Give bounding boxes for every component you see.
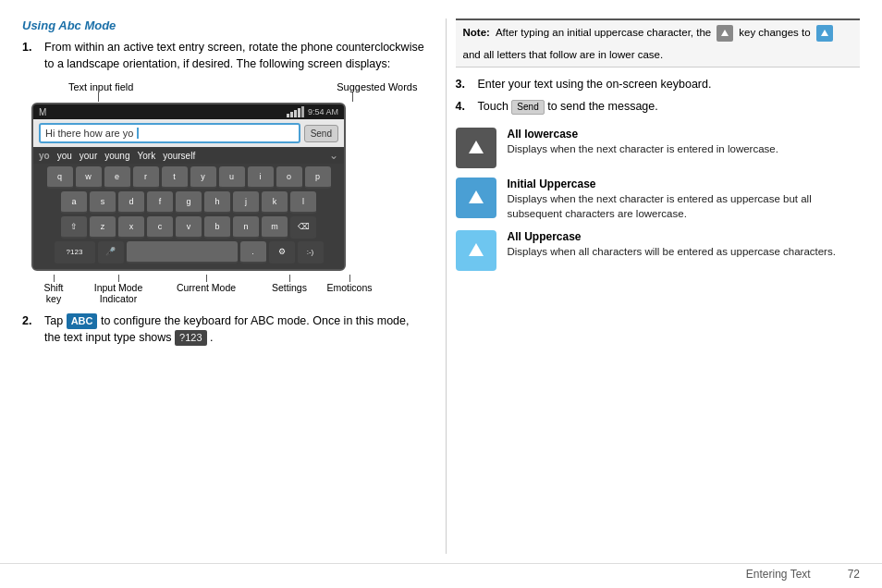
key-c[interactable]: c: [147, 216, 173, 239]
key-a[interactable]: a: [61, 191, 87, 214]
step-4-text: Touch Send to send the message.: [478, 99, 658, 116]
step-2-end: .: [210, 331, 213, 344]
suggestion-3[interactable]: young: [104, 151, 129, 161]
key-s[interactable]: s: [90, 191, 116, 214]
key-shift[interactable]: ⇧: [61, 216, 87, 239]
right-step-3: 3. Enter your text using the on-screen k…: [456, 77, 861, 93]
key-v[interactable]: v: [176, 216, 202, 239]
icon-row-initial-upper: Initial Uppercase Displays when the next…: [456, 178, 861, 221]
status-left: M: [39, 107, 46, 117]
note-icon-dark: [717, 25, 733, 42]
key-backspace[interactable]: ⌫: [290, 216, 316, 239]
step-4-after: to send the message.: [547, 100, 658, 113]
icon-title-all-upper: All Uppercase: [508, 230, 861, 243]
key-k[interactable]: k: [262, 191, 288, 214]
key-settings[interactable]: ⚙: [269, 241, 295, 263]
suggestions-chevron[interactable]: ⌄: [329, 149, 338, 162]
key-period[interactable]: .: [240, 241, 266, 263]
key-b[interactable]: b: [204, 216, 230, 239]
label-shift-key: Shift key: [35, 275, 72, 304]
icon-desc-all-upper: All Uppercase Displays when all characte…: [508, 230, 861, 260]
key-num[interactable]: ?123: [55, 241, 95, 263]
icon-row-all-upper: All Uppercase Displays when all characte…: [456, 230, 861, 271]
right-step-4: 4. Touch Send to send the message.: [456, 99, 861, 116]
note-text3: and all letters that follow are in lower…: [463, 47, 664, 62]
icon-text-lowercase: Displays when the next character is ente…: [508, 142, 861, 157]
icon-text-all-upper: Displays when all characters will be ent…: [508, 245, 861, 260]
step-2-before: Tap: [44, 314, 63, 327]
abc-badge: ABC: [67, 313, 98, 329]
send-button-keyboard[interactable]: Send: [304, 125, 338, 142]
note-label: Note:: [463, 25, 490, 40]
icon-text-initial-upper: Displays when the next character is ente…: [508, 192, 861, 221]
icon-title-initial-upper: Initial Uppercase: [508, 178, 861, 190]
q123-badge: ?123: [175, 330, 206, 346]
key-z[interactable]: z: [90, 216, 116, 239]
keyboard: q w e r t y u i o p a s d: [33, 164, 344, 269]
icon-block-all-upper: [456, 230, 496, 271]
step-4-before: Touch: [478, 100, 508, 113]
footer-page: 72: [848, 568, 860, 581]
icon-block-initial-upper: [456, 178, 496, 218]
label-settings: Settings: [266, 275, 312, 304]
key-emoji[interactable]: :-): [298, 241, 324, 263]
key-g[interactable]: g: [176, 191, 202, 214]
key-n[interactable]: n: [233, 216, 259, 239]
suggestion-2[interactable]: your: [80, 151, 97, 161]
icon-title-lowercase: All lowercase: [508, 128, 861, 141]
text-input-box[interactable]: Hi there how are yo: [39, 123, 300, 143]
suggestion-5[interactable]: yourself: [163, 151, 195, 161]
step-4-num: 4.: [456, 99, 471, 116]
key-row-4: ?123 🎤 . ⚙ :-): [37, 241, 340, 263]
icons-list: All lowercase Displays when the next cha…: [456, 128, 861, 271]
key-d[interactable]: d: [118, 191, 144, 214]
key-u[interactable]: u: [219, 166, 245, 189]
icon-block-lowercase: [456, 128, 496, 168]
svg-marker-4: [469, 243, 484, 256]
step-3-text: Enter your text using the on-screen keyb…: [478, 77, 712, 93]
label-emoticons: Emoticons: [322, 275, 377, 304]
suggestion-4[interactable]: York: [138, 151, 156, 161]
key-h[interactable]: h: [204, 191, 230, 214]
key-r[interactable]: r: [133, 166, 159, 189]
key-y[interactable]: y: [190, 166, 216, 189]
label-text-input: Text input field: [68, 81, 133, 92]
footer: Entering Text 72: [0, 563, 882, 588]
status-right: 9:54 AM: [287, 106, 338, 117]
arrow-up-lightblue-icon: [463, 238, 489, 263]
key-i[interactable]: i: [248, 166, 274, 189]
svg-marker-2: [469, 141, 484, 153]
key-m[interactable]: m: [262, 216, 288, 239]
key-mic[interactable]: 🎤: [98, 241, 124, 263]
key-e[interactable]: e: [104, 166, 130, 189]
key-t[interactable]: t: [162, 166, 188, 189]
label-input-mode: Input ModeIndicator: [91, 275, 146, 304]
key-l[interactable]: l: [290, 191, 316, 214]
svg-marker-0: [721, 30, 729, 36]
section-title: Using Abc Mode: [22, 18, 427, 32]
right-column: Note: After typing an initial uppercase …: [446, 18, 861, 554]
key-p[interactable]: p: [305, 166, 331, 189]
text-value: Hi there how are yo: [45, 128, 133, 139]
suggestions-list: yo you your young York yourself: [39, 151, 195, 161]
key-j[interactable]: j: [233, 191, 259, 214]
note-text: After typing an initial uppercase charac…: [496, 25, 711, 40]
phone-diagram: Text input field Suggested Words M: [31, 81, 427, 304]
step-2-mid: to configure the keyboard for ABC mode. …: [44, 314, 409, 344]
key-w[interactable]: w: [76, 166, 102, 189]
key-row-3: ⇧ z x c v b n m ⌫: [37, 216, 340, 239]
step-3-num: 3.: [456, 77, 471, 93]
key-q[interactable]: q: [47, 166, 73, 189]
key-x[interactable]: x: [118, 216, 144, 239]
suggestion-1[interactable]: you: [57, 151, 72, 161]
step-1: 1. From within an active text entry scre…: [22, 40, 427, 72]
key-row-2: a s d f g h j k l: [37, 191, 340, 214]
phone-screen: M 9:54 AM: [31, 103, 346, 271]
status-bar: M 9:54 AM: [33, 104, 344, 119]
key-o[interactable]: o: [276, 166, 302, 189]
suggestions-bar: yo you your young York yourself ⌄: [33, 147, 344, 164]
key-space[interactable]: [127, 241, 238, 263]
key-f[interactable]: f: [147, 191, 173, 214]
message-area: Hi there how are yo Send: [33, 119, 344, 147]
svg-marker-1: [821, 30, 828, 36]
